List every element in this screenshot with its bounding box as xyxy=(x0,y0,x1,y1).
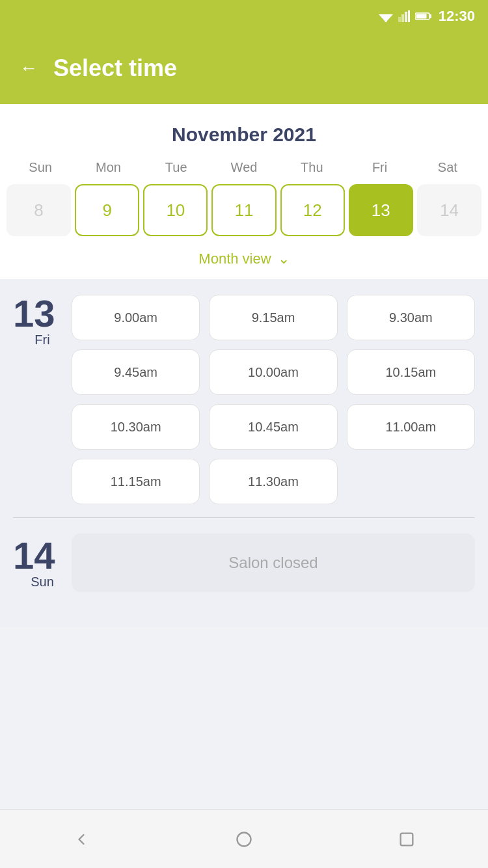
svg-rect-12 xyxy=(401,833,413,845)
status-time: 12:30 xyxy=(439,8,475,25)
day-header-mon: Mon xyxy=(74,156,142,179)
svg-rect-9 xyxy=(429,14,431,18)
month-view-row[interactable]: Month view ⌄ xyxy=(0,244,488,279)
day-name-14: Sun xyxy=(13,575,72,590)
time-slot-1015[interactable]: 10.15am xyxy=(347,349,475,395)
time-slot-1000[interactable]: 10.00am xyxy=(209,349,337,395)
day-name-13: Fri xyxy=(13,332,72,347)
time-slot-900[interactable]: 9.00am xyxy=(72,295,200,340)
back-nav-icon xyxy=(72,830,90,848)
date-cell-12[interactable]: 12 xyxy=(280,184,345,236)
day-header-sat: Sat xyxy=(414,156,481,179)
time-section: 13 Fri 9.00am 9.15am 9.30am 9.45am 10.00… xyxy=(0,279,488,627)
home-nav-icon xyxy=(235,830,253,848)
date-cell-10[interactable]: 10 xyxy=(143,184,208,236)
date-cell-13[interactable]: 13 xyxy=(349,184,413,236)
time-slot-1100[interactable]: 11.00am xyxy=(347,404,475,450)
date-cell-14: 14 xyxy=(417,184,481,236)
back-button[interactable]: ← xyxy=(20,58,38,79)
day-number-14: 14 xyxy=(13,537,72,575)
nav-recent-button[interactable] xyxy=(387,820,426,859)
time-slot-1115[interactable]: 11.15am xyxy=(72,459,200,504)
day-block-14: 14 Sun Salon closed xyxy=(0,518,488,608)
day-header-wed: Wed xyxy=(210,156,278,179)
day-header-thu: Thu xyxy=(278,156,346,179)
signal-icon xyxy=(398,10,410,22)
time-slot-945[interactable]: 9.45am xyxy=(72,349,200,395)
day-header-tue: Tue xyxy=(142,156,210,179)
time-slot-930[interactable]: 9.30am xyxy=(347,295,475,340)
recent-nav-icon xyxy=(398,830,416,848)
salon-closed-label: Salon closed xyxy=(228,554,318,572)
status-icons xyxy=(379,10,432,22)
svg-rect-4 xyxy=(398,17,401,22)
day-number-col-13: 13 Fri xyxy=(13,295,72,347)
month-title: November 2021 xyxy=(0,117,488,156)
status-bar: 12:30 xyxy=(0,0,488,33)
header: ← Select time xyxy=(0,33,488,104)
day-block-13: 13 Fri 9.00am 9.15am 9.30am 9.45am 10.00… xyxy=(0,279,488,517)
nav-home-button[interactable] xyxy=(224,820,264,859)
svg-rect-10 xyxy=(416,14,426,19)
time-slot-1045[interactable]: 10.45am xyxy=(209,404,337,450)
nav-back-button[interactable] xyxy=(62,820,101,859)
time-slot-915[interactable]: 9.15am xyxy=(209,295,337,340)
bottom-nav xyxy=(0,809,488,868)
day-label-row-13: 13 Fri 9.00am 9.15am 9.30am 9.45am 10.00… xyxy=(13,295,475,504)
wifi-icon xyxy=(379,10,393,22)
chevron-down-icon: ⌄ xyxy=(278,251,290,267)
day-header-sun: Sun xyxy=(7,156,74,179)
month-view-label: Month view xyxy=(198,251,271,267)
page-title: Select time xyxy=(53,55,177,82)
time-slot-1130[interactable]: 11.30am xyxy=(209,459,337,504)
date-row: 8 9 10 11 12 13 14 xyxy=(0,179,488,244)
calendar-section: November 2021 Sun Mon Tue Wed Thu Fri Sa… xyxy=(0,104,488,279)
day-header-fri: Fri xyxy=(346,156,413,179)
svg-rect-7 xyxy=(408,10,410,22)
day-number-13: 13 xyxy=(13,295,72,332)
date-cell-9[interactable]: 9 xyxy=(75,184,139,236)
date-cell-11[interactable]: 11 xyxy=(211,184,276,236)
battery-icon xyxy=(415,12,432,21)
svg-point-11 xyxy=(237,832,251,846)
svg-rect-6 xyxy=(405,12,407,22)
svg-rect-5 xyxy=(401,14,404,22)
date-cell-8: 8 xyxy=(7,184,71,236)
time-grid-13: 9.00am 9.15am 9.30am 9.45am 10.00am 10.1… xyxy=(72,295,475,504)
time-slot-1030[interactable]: 10.30am xyxy=(72,404,200,450)
salon-closed-box: Salon closed xyxy=(72,534,475,592)
day-number-col-14: 14 Sun xyxy=(13,537,72,590)
salon-closed-row: 14 Sun Salon closed xyxy=(13,534,475,592)
day-headers: Sun Mon Tue Wed Thu Fri Sat xyxy=(0,156,488,179)
